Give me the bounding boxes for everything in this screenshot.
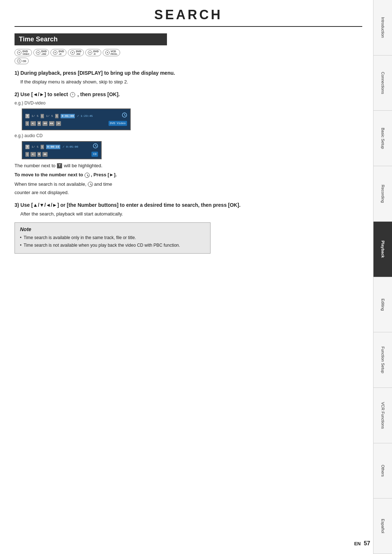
osd-cd-btn-q: Q (25, 152, 29, 157)
step2-when-not2: counter are not displayed. (15, 189, 362, 196)
step3-normal: After the search, playback will start au… (20, 210, 362, 218)
osd-cd-btn-stop: ■ (37, 152, 41, 157)
sidebar-tab-espanol[interactable]: Español (373, 498, 392, 554)
svg-line-5 (95, 146, 97, 147)
badge-cd: CD (15, 58, 29, 64)
disc-icon-dvd-video (17, 50, 21, 55)
format-badges: DVDVIDEO DVD+RW DVD+R DVD-RW DVD-R VCDPR… (15, 49, 167, 64)
badge-dvd-minusrw: DVD-RW (68, 49, 84, 56)
step2-to-move: To move to the number next to , Press [►… (15, 171, 362, 178)
osd-btn-next: |► (56, 121, 61, 126)
badge-dvd-plusr: DVD+R (50, 49, 66, 56)
osd-cd: T 1/ 5 S 0:00:15 / 0:05:00 Q ◄| ■ ◄► (22, 141, 102, 159)
osd-btn-ff: ►► (49, 121, 54, 126)
step2-highlight-note: The number next to T will be highlighted… (15, 162, 362, 169)
svg-line-9 (91, 185, 92, 185)
osd-btn-q: Q (25, 121, 29, 126)
disc-icon-dvd-plusr (53, 50, 57, 55)
osd-dvd-video: T 1/ 5 C 1/ 5 S 0:01:00 / 1:23:45 Q ◄| (22, 108, 131, 130)
page-number: EN 57 (354, 540, 370, 547)
page-num: 57 (364, 540, 370, 546)
sidebar-tab-function-setup[interactable]: Function Setup (373, 332, 392, 388)
sidebar-tab-basic-setup[interactable]: Basic Setup (373, 111, 392, 166)
sidebar-tab-connections[interactable]: Connections (373, 56, 392, 111)
osd-btn-prev: ◄| (30, 121, 36, 126)
step-3: 3) Use [▲/▼/◄/►] or [the Number buttons]… (15, 201, 362, 218)
sidebar-tab-playback[interactable]: Playback (373, 222, 392, 277)
t-icon-inline: T (57, 163, 62, 168)
step1-bold: During playback, press [DISPLAY] to brin… (20, 70, 175, 76)
section-header: Time Search (15, 33, 167, 45)
step3-bold: Use [▲/▼/◄/►] or [the Number buttons] to… (20, 202, 240, 208)
note-item-2: Time search is not available when you pl… (20, 242, 205, 249)
step2-sub-dvd: e.g.) DVD-video (15, 100, 362, 106)
disc-icon-cd (17, 59, 21, 63)
step-2: 2) Use [◄/►] to select , then press [OK]… (15, 91, 362, 196)
osd-btn-rewind: ◄◄ (42, 121, 48, 126)
osd-cd-time-highlight: 0:00:15 (46, 145, 61, 149)
osd-dvd-time-highlight: 0:01:00 (61, 114, 75, 118)
clock-icon-2 (85, 173, 90, 178)
note-box: Note Time search is available only in th… (15, 222, 211, 254)
disc-icon-dvd-minusr (88, 50, 92, 55)
sidebar-tab-introduction[interactable]: Introduction (373, 0, 392, 56)
badge-dvd-video: DVDVIDEO (15, 49, 32, 56)
step2-number: 2) (15, 91, 19, 97)
step2-when-not: When time search is not available, and t… (15, 181, 362, 188)
note-list: Time search is available only in the sam… (20, 234, 205, 249)
disc-icon-dvd-minusrw (70, 50, 75, 55)
note-item-1: Time search is available only in the sam… (20, 234, 205, 241)
sidebar: Introduction Connections Basic Setup Rec… (373, 0, 392, 554)
step1-normal: If the display menu is already shown, sk… (20, 78, 362, 86)
osd-t-icon-cd: T (25, 145, 29, 149)
sidebar-tab-vcr-functions[interactable]: VCR Functions (373, 388, 392, 443)
osd-cd-btn-playpause: ◄► (42, 152, 48, 157)
badge-vcd: VCDPROG. (103, 49, 120, 56)
badge-dvd-minusr: DVD-R (85, 49, 101, 56)
disc-icon-dvd-plusrw (36, 50, 40, 55)
step2-bold: Use [◄/►] to select (20, 91, 69, 97)
clock-icon (70, 92, 75, 97)
step-1: 1) During playback, press [DISPLAY] to b… (15, 69, 362, 86)
clock-icon-3 (88, 182, 93, 187)
page-title: SEARCH (15, 7, 362, 27)
osd-clock-icon-cd (93, 143, 98, 148)
sidebar-tab-others[interactable]: Others (373, 443, 392, 499)
step2-sub-cd: e.g.) audio CD (15, 132, 362, 139)
badge-dvd-plusrw: DVD+RW (33, 49, 49, 56)
svg-line-7 (87, 176, 89, 176)
osd-cd-btn-prev: ◄| (30, 152, 36, 157)
en-label: EN (354, 541, 361, 546)
osd-t-icon: T (25, 114, 29, 118)
osd-cd-badge: CD (91, 152, 98, 157)
main-content: SEARCH Time Search DVDVIDEO DVD+RW DVD+R… (0, 0, 373, 554)
note-title: Note (20, 226, 205, 232)
osd-dvd-badge: DVD Video (109, 121, 127, 126)
step3-number: 3) (15, 202, 19, 208)
step1-number: 1) (15, 70, 19, 76)
disc-icon-vcd (105, 50, 110, 55)
osd-btn-stop: ■ (37, 121, 41, 126)
svg-line-2 (124, 115, 126, 116)
step2-bold2: , then press [OK]. (77, 91, 120, 97)
sidebar-tab-editing[interactable]: Editing (373, 277, 392, 333)
osd-clock-icon-dvd (122, 112, 127, 118)
sidebar-tab-recording[interactable]: Recording (373, 166, 392, 222)
